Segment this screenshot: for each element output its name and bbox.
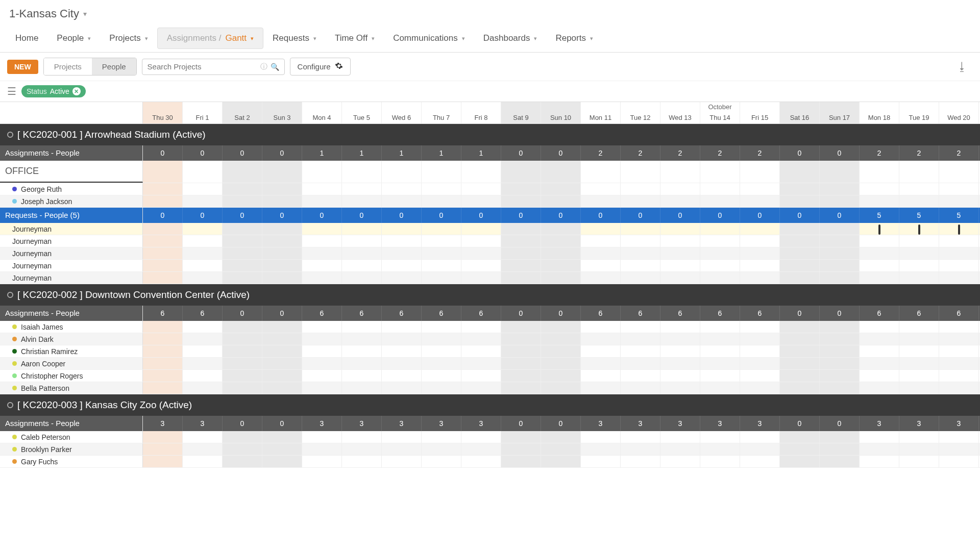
gantt-cell[interactable]: [143, 370, 183, 382]
gantt-cell[interactable]: [422, 370, 461, 382]
gantt-cell[interactable]: [183, 345, 223, 357]
gantt-cell[interactable]: [422, 358, 461, 369]
gantt-cell[interactable]: [860, 358, 899, 369]
gantt-cell[interactable]: [740, 247, 780, 259]
gantt-cell[interactable]: [422, 443, 461, 455]
gantt-cell[interactable]: [302, 272, 342, 284]
request-row[interactable]: Journeyman: [0, 247, 980, 260]
gantt-cell[interactable]: [899, 235, 939, 247]
gantt-cell[interactable]: [700, 247, 740, 259]
gantt-cell[interactable]: [262, 456, 302, 467]
gantt-cell[interactable]: [820, 431, 860, 443]
gantt-cell[interactable]: [302, 195, 342, 207]
gantt-cell[interactable]: [342, 345, 382, 357]
close-icon[interactable]: ✕: [72, 87, 81, 95]
gantt-cell[interactable]: [183, 223, 223, 235]
gantt-cell[interactable]: [700, 260, 740, 271]
gantt-cell[interactable]: [700, 333, 740, 345]
gantt-cell[interactable]: [899, 183, 939, 195]
project-header[interactable]: [ KC2020-003 ] Kansas City Zoo (Active): [0, 394, 980, 416]
gantt-cell[interactable]: [302, 456, 342, 467]
gantt-cell[interactable]: [223, 260, 262, 271]
requests-section[interactable]: Requests - People (5)0000000000000000005…: [0, 208, 980, 223]
day-header[interactable]: Tue 19: [899, 102, 939, 123]
gantt-cell[interactable]: [939, 443, 979, 455]
gantt-cell[interactable]: [223, 382, 262, 394]
gantt-cell[interactable]: [541, 345, 581, 357]
nav-item-time-off[interactable]: Time Off ▾: [326, 28, 384, 49]
gantt-cell[interactable]: [780, 358, 820, 369]
gantt-cell[interactable]: [820, 223, 860, 235]
gantt-cell[interactable]: [621, 235, 660, 247]
gantt-cell[interactable]: [143, 431, 183, 443]
day-header[interactable]: Sun 3: [262, 102, 302, 123]
gantt-cell[interactable]: [302, 260, 342, 271]
gantt-cell[interactable]: [382, 345, 422, 357]
nav-item-assignments-gantt[interactable]: Assignments / Gantt ▾: [157, 28, 263, 49]
gantt-cell[interactable]: [143, 456, 183, 467]
gantt-cell[interactable]: [541, 272, 581, 284]
gantt-cell[interactable]: [183, 195, 223, 207]
gantt-cell[interactable]: [262, 333, 302, 345]
gantt-cell[interactable]: [899, 345, 939, 357]
gantt-cell[interactable]: [740, 358, 780, 369]
gantt-cell[interactable]: [660, 443, 700, 455]
gantt-cell[interactable]: [501, 431, 541, 443]
gantt-cell[interactable]: [143, 183, 183, 195]
assignments-section[interactable]: Assignments - People66006666600666660066…: [0, 306, 980, 321]
gantt-cell[interactable]: [899, 370, 939, 382]
gantt-cell[interactable]: [422, 456, 461, 467]
gantt-cell[interactable]: [581, 183, 621, 195]
gantt-cell[interactable]: [422, 260, 461, 271]
gantt-cell[interactable]: [501, 456, 541, 467]
gantt-cell[interactable]: [223, 195, 262, 207]
gantt-cell[interactable]: [223, 443, 262, 455]
gantt-cell[interactable]: [820, 183, 860, 195]
gantt-cell[interactable]: [660, 431, 700, 443]
gantt-cell[interactable]: [143, 247, 183, 259]
gantt-cell[interactable]: [342, 370, 382, 382]
gantt-cell[interactable]: [740, 333, 780, 345]
gantt-cell[interactable]: [183, 358, 223, 369]
gantt-cell[interactable]: [143, 195, 183, 207]
gantt-cell[interactable]: [342, 272, 382, 284]
gantt-cell[interactable]: [501, 321, 541, 333]
gantt-cell[interactable]: [820, 260, 860, 271]
gantt-cell[interactable]: [860, 272, 899, 284]
gantt-cell[interactable]: [143, 260, 183, 271]
download-icon[interactable]: ⭳: [957, 60, 968, 73]
gantt-cell[interactable]: [660, 456, 700, 467]
gantt-cell[interactable]: [223, 431, 262, 443]
gantt-cell[interactable]: [581, 223, 621, 235]
gantt-cell[interactable]: [382, 247, 422, 259]
gantt-cell[interactable]: [700, 183, 740, 195]
search-input[interactable]: [148, 62, 257, 71]
request-bar[interactable]: [918, 224, 920, 235]
gantt-cell[interactable]: [820, 195, 860, 207]
gantt-cell[interactable]: [541, 370, 581, 382]
gantt-cell[interactable]: [342, 358, 382, 369]
day-header[interactable]: Thu 30: [143, 102, 183, 123]
gantt-cell[interactable]: [780, 247, 820, 259]
gantt-cell[interactable]: [183, 321, 223, 333]
gantt-cell[interactable]: [382, 183, 422, 195]
gantt-cell[interactable]: [581, 247, 621, 259]
gantt-cell[interactable]: [621, 431, 660, 443]
gantt-cell[interactable]: [501, 272, 541, 284]
gantt-cell[interactable]: [262, 370, 302, 382]
gantt-cell[interactable]: [700, 345, 740, 357]
day-header[interactable]: Wed 20: [939, 102, 979, 123]
day-header[interactable]: Sun 17: [820, 102, 860, 123]
gantt-cell[interactable]: [422, 195, 461, 207]
gantt-cell[interactable]: [382, 272, 422, 284]
gantt-cell[interactable]: [262, 195, 302, 207]
gantt-cell[interactable]: [899, 443, 939, 455]
workspace-selector[interactable]: 1-Kansas City ▾: [0, 0, 980, 24]
gantt-cell[interactable]: [740, 195, 780, 207]
gantt-cell[interactable]: [302, 358, 342, 369]
gantt-cell[interactable]: [581, 456, 621, 467]
gantt-cell[interactable]: [302, 431, 342, 443]
gantt-cell[interactable]: [501, 195, 541, 207]
gantt-cell[interactable]: [541, 195, 581, 207]
gantt-cell[interactable]: [541, 321, 581, 333]
